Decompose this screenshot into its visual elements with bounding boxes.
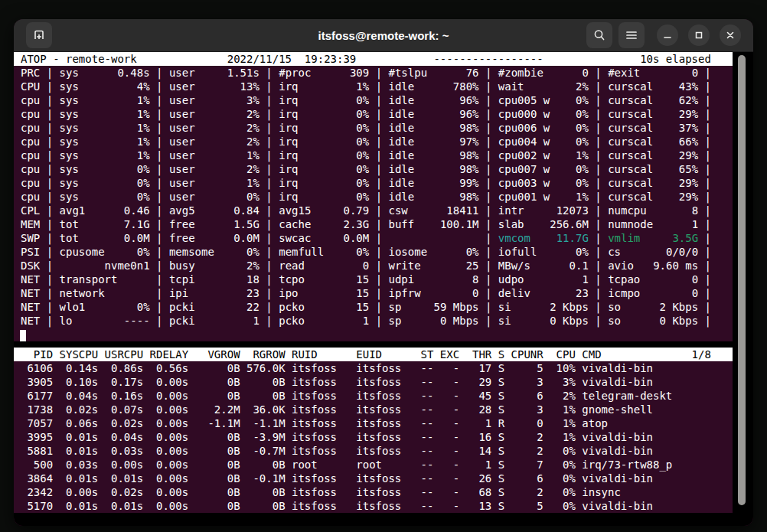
maximize-button[interactable] xyxy=(688,24,710,46)
new-tab-icon xyxy=(32,28,46,42)
atop-stat-line: NET | network | ipi 23 | ipo 15 | ipfrw … xyxy=(14,286,733,300)
atop-stat-line: SWP | tot 0.0M | free 0.0M | swcac 0.0M … xyxy=(14,231,733,245)
stat-value-green: vmlim 3.5G xyxy=(608,232,698,244)
scrollbar-thumb[interactable] xyxy=(738,55,746,505)
atop-stat-line: DSK | nvme0n1 | busy 2% | read 0 | write… xyxy=(14,259,733,273)
atop-summary-bar: ATOP - remote-work 2022/11/15 19:23:39 -… xyxy=(14,52,733,66)
process-row: 1738 0.02s 0.07s 0.00s 2.2M 36.0K itsfos… xyxy=(14,403,733,416)
atop-stat-line: cpu | sys 1% | user 2% | irq 0% | idle 9… xyxy=(14,107,733,121)
process-row: 3864 0.01s 0.01s 0.00s 0B -0.1M itsfoss … xyxy=(14,472,733,485)
process-row: 3995 0.01s 0.04s 0.00s 0B -3.9M itsfoss … xyxy=(14,430,733,444)
atop-stat-lines: PRC | sys 0.48s | user 1.51s | #proc 309… xyxy=(14,66,733,328)
close-button[interactable] xyxy=(720,24,741,46)
atop-stat-line: PRC | sys 0.48s | user 1.51s | #proc 309… xyxy=(14,66,733,80)
new-tab-button[interactable] xyxy=(26,22,52,48)
atop-stat-line: cpu | sys 0% | user 2% | irq 0% | idle 9… xyxy=(14,162,733,176)
stat-value-cyan: vmcom 11.7G xyxy=(498,232,589,244)
close-icon xyxy=(726,31,735,40)
atop-stat-line: cpu | sys 1% | user 3% | irq 0% | idle 9… xyxy=(14,93,733,107)
atop-stat-line: cpu | sys 0% | user 0% | irq 0% | idle 9… xyxy=(14,190,733,204)
menu-button[interactable] xyxy=(618,22,645,48)
process-row: 6106 0.14s 0.86s 0.56s 0B 576.0K itsfoss… xyxy=(14,361,733,375)
hamburger-menu-icon xyxy=(625,30,638,41)
process-row: 500 0.03s 0.00s 0.00s 0B 0B root root --… xyxy=(14,458,733,472)
process-list-header: PID SYSCPU USRCPU RDELAY VGROW RGROW RUI… xyxy=(14,348,733,361)
blank-line xyxy=(14,328,733,341)
atop-stat-line: PSI | cpusome 0% | memsome 0% | memfull … xyxy=(14,245,733,259)
atop-stat-line: cpu | sys 1% | user 2% | irq 0% | idle 9… xyxy=(14,121,733,135)
atop-stat-line: NET | transport | tcpi 18 | tcpo 15 | ud… xyxy=(14,273,733,286)
desktop: { "window": { "title": "itsfoss@remote-w… xyxy=(0,0,767,532)
search-icon xyxy=(592,28,606,42)
titlebar[interactable]: itsfoss@remote-work: ~ xyxy=(14,19,753,52)
atop-stat-line: cpu | sys 1% | user 1% | irq 0% | idle 9… xyxy=(14,149,733,162)
atop-stat-line: CPU | sys 4% | user 13% | irq 1% | idle … xyxy=(14,80,733,93)
process-row: 5881 0.01s 0.03s 0.00s 0B -0.7M itsfoss … xyxy=(14,444,733,458)
process-row: 6177 0.04s 0.16s 0.00s 0B 0B itsfoss its… xyxy=(14,389,733,403)
terminal-cursor xyxy=(20,330,26,341)
search-button[interactable] xyxy=(586,22,612,48)
atop-stat-line: NET | wlo1 0% | pcki 22 | pcko 15 | sp 5… xyxy=(14,300,733,314)
atop-stat-line: MEM | tot 7.1G | free 1.5G | cache 2.3G … xyxy=(14,217,733,231)
terminal-window: itsfoss@remote-work: ~ xyxy=(14,19,753,526)
minimize-icon xyxy=(663,31,672,40)
minimize-button[interactable] xyxy=(657,24,678,46)
process-row: 2342 0.00s 0.02s 0.00s 0B 0B itsfoss its… xyxy=(14,485,733,499)
bottom-fill xyxy=(14,513,733,526)
atop-stat-line: cpu | sys 0% | user 1% | irq 0% | idle 9… xyxy=(14,176,733,190)
process-list: 6106 0.14s 0.86s 0.56s 0B 576.0K itsfoss… xyxy=(14,361,733,513)
section-divider xyxy=(14,341,733,348)
terminal-screen[interactable]: ATOP - remote-work 2022/11/15 19:23:39 -… xyxy=(14,52,753,526)
process-row: 5170 0.01s 0.01s 0.00s 0B 0B itsfoss its… xyxy=(14,499,733,513)
process-row: 7057 0.06s 0.02s 0.00s -1.1M -1.1M itsfo… xyxy=(14,416,733,430)
process-row: 3905 0.10s 0.17s 0.00s 0B 0B itsfoss its… xyxy=(14,375,733,389)
atop-stat-line: NET | lo ---- | pcki 1 | pcko 1 | sp 0 M… xyxy=(14,314,733,328)
atop-stat-line: cpu | sys 1% | user 2% | irq 0% | idle 9… xyxy=(14,135,733,149)
maximize-icon xyxy=(694,31,703,40)
atop-stat-line: CPL | avg1 0.46 | avg5 0.84 | avg15 0.79… xyxy=(14,204,733,217)
scrollbar-track[interactable] xyxy=(733,52,753,526)
